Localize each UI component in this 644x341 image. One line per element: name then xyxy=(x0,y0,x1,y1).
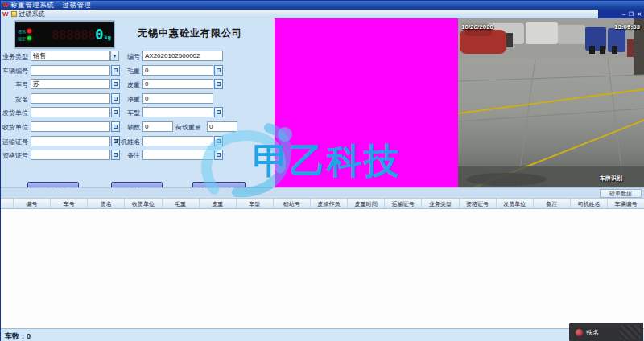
form-mid-input-5[interactable] xyxy=(142,121,173,132)
table-header-15[interactable]: 司机姓名 xyxy=(571,199,608,208)
camera-time-overlay: 13:05:33 xyxy=(614,23,640,31)
form-mid-row-6: 司机姓名 xyxy=(1,136,275,146)
form-mid-label-2: 皮重 xyxy=(108,80,140,89)
camera-date-overlay: 10/26/2020 xyxy=(461,23,493,31)
form-mid-label-5: 轴数 xyxy=(108,123,140,132)
form-mid-input-3[interactable] xyxy=(142,93,213,104)
form-mid-label-7: 备注 xyxy=(108,151,140,160)
comm-led-label: 通讯 xyxy=(18,29,26,34)
media-dot-icon xyxy=(576,329,583,336)
table-header-5[interactable]: 皮重 xyxy=(200,199,237,208)
stable-led-label: 稳定 xyxy=(18,36,26,41)
weight-unit: kg xyxy=(105,35,111,41)
table-header-4[interactable]: 毛重 xyxy=(163,199,200,208)
form-mid-row-3: 净重 xyxy=(1,93,275,104)
table-header-9[interactable]: 皮重时间 xyxy=(348,199,385,208)
form-mid-input-7[interactable] xyxy=(142,150,213,160)
camera-road-scene xyxy=(458,18,644,187)
table-header-10[interactable]: 运输证号 xyxy=(385,199,422,208)
form-mid-row-2: 皮重 xyxy=(1,79,275,89)
records-table-body[interactable] xyxy=(1,209,644,328)
form-mid-row-4: 车型 xyxy=(1,107,275,117)
form-mid-input-0[interactable] xyxy=(142,51,223,61)
lookup-icon[interactable] xyxy=(214,150,223,160)
table-header-1[interactable]: 车号 xyxy=(51,199,88,208)
form-mid-label-4: 车型 xyxy=(108,109,140,117)
maximize-icon[interactable]: ❐ xyxy=(629,11,634,17)
window-title: 称重管理系统 - 过磅管理 xyxy=(11,1,92,10)
lookup-icon[interactable] xyxy=(214,107,223,117)
vehicle-count-status: 车数：0 xyxy=(5,332,31,340)
form-mid-input-1[interactable] xyxy=(142,65,213,76)
form-mid-label-0: 编号 xyxy=(108,52,140,61)
form-mid-input-2[interactable] xyxy=(142,79,213,89)
table-header-7[interactable]: 磅站号 xyxy=(274,199,311,208)
ghost-digits: 888888 xyxy=(52,28,95,43)
form-mid-input2-5[interactable] xyxy=(207,121,237,132)
grid-toolbar-strip: 磅单数据 xyxy=(1,187,644,198)
video-placeholder-panel xyxy=(275,18,458,187)
media-toast[interactable]: 佚名 xyxy=(569,323,643,341)
company-name: 无锡中惠砼业有限公司 xyxy=(130,27,250,40)
table-header-3[interactable]: 收货单位 xyxy=(125,199,162,208)
scale-status-leds: 通讯 稳定 xyxy=(18,29,31,41)
window-controls: – ❐ ✕ xyxy=(598,10,644,18)
close-icon[interactable]: ✕ xyxy=(637,11,642,17)
lookup-icon[interactable] xyxy=(214,136,223,146)
form-mid-label2-5: 荷载重量 xyxy=(175,123,204,132)
lookup-icon[interactable] xyxy=(214,65,223,76)
form-mid-label-3: 净重 xyxy=(108,95,140,104)
form-mid-row-1: 毛重 xyxy=(1,65,275,76)
form-mid-input-4[interactable] xyxy=(142,107,213,117)
form-mid-label-1: 毛重 xyxy=(108,67,140,76)
tab-scale-icon xyxy=(11,11,17,17)
row-selector-column xyxy=(1,199,14,208)
lookup-icon[interactable] xyxy=(214,79,223,89)
table-header-6[interactable]: 车型 xyxy=(237,199,274,208)
table-header-11[interactable]: 业务类型 xyxy=(422,199,459,208)
camera-view: 10/26/2020 13:05:33 车牌识别 xyxy=(458,18,644,187)
table-header-16[interactable]: 车辆编号 xyxy=(608,199,644,208)
weighing-form-panel: 通讯 稳定 8888880kg 无锡中惠砼业有限公司 业务类型▾车辆编号车号货名… xyxy=(1,18,275,187)
app-logo-small-icon: W xyxy=(2,10,9,18)
table-header-8[interactable]: 皮操作员 xyxy=(311,199,348,208)
camera-channel-label: 车牌识别 xyxy=(600,175,622,183)
app-window: W 称重管理系统 - 过磅管理 W 过磅系统 – ❐ ✕ 通讯 稳定 xyxy=(0,0,644,341)
weight-value: 0 xyxy=(95,27,103,43)
scale-led-display: 通讯 稳定 8888880kg xyxy=(14,20,115,49)
weight-readout: 8888880kg xyxy=(31,27,114,43)
status-bar: 车数：0 xyxy=(1,328,644,341)
title-bar: W 称重管理系统 - 过磅管理 xyxy=(1,1,644,10)
tab-weighing-system[interactable]: 过磅系统 xyxy=(19,10,45,18)
form-mid-input-6[interactable] xyxy=(142,136,213,146)
minimize-icon[interactable]: – xyxy=(622,11,625,17)
table-header-12[interactable]: 资格证号 xyxy=(460,199,497,208)
table-header-0[interactable]: 编号 xyxy=(14,199,51,208)
tab-bar: W 过磅系统 – ❐ ✕ xyxy=(1,10,644,18)
records-table-header: 编号车号货名收货单位毛重皮重车型磅站号皮操作员皮重时间运输证号业务类型资格证号发… xyxy=(1,198,644,209)
app-logo-icon: W xyxy=(2,2,9,9)
media-toast-decoration xyxy=(620,325,641,339)
form-mid-row-5: 轴数荷载重量 xyxy=(1,121,275,132)
media-toast-text: 佚名 xyxy=(586,328,599,337)
table-header-14[interactable]: 备注 xyxy=(534,199,571,208)
grid-data-label[interactable]: 磅单数据 xyxy=(600,189,642,198)
table-header-2[interactable]: 货名 xyxy=(88,199,125,208)
form-mid-row-0: 编号 xyxy=(1,51,275,61)
table-header-13[interactable]: 发货单位 xyxy=(497,199,534,208)
form-mid-row-7: 备注 xyxy=(1,150,275,160)
form-mid-label-6: 司机姓名 xyxy=(108,138,140,146)
